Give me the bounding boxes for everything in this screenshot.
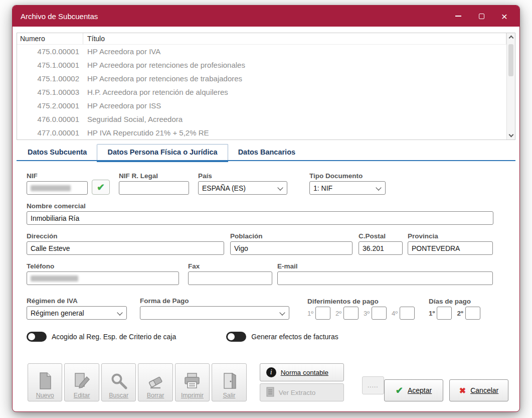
ver-extracto-button[interactable]: Ver Extracto <box>260 383 344 401</box>
diferimiento-1-input[interactable] <box>315 307 330 320</box>
norma-contable-label: Norma contable <box>281 369 328 376</box>
printer-icon <box>183 370 201 391</box>
dia-pago-2-input[interactable] <box>465 307 480 320</box>
tipo-documento-select[interactable]: 1: NIF <box>309 181 386 195</box>
validate-nif-button[interactable]: ✔ <box>92 180 110 195</box>
dias-pago-group: Días de pago 1º 2º <box>429 298 480 320</box>
forma-pago-label: Forma de Pago <box>140 297 289 305</box>
column-header-numero[interactable]: Numero <box>17 33 83 44</box>
title-bar[interactable]: Archivo de Subcuentas × <box>13 6 519 27</box>
cancelar-button[interactable]: ✖ Cancelar <box>449 379 508 401</box>
buscar-button[interactable]: Buscar <box>101 363 136 401</box>
chevron-down-icon <box>279 310 285 315</box>
tipo-documento-field-group: Tipo Documento 1: NIF <box>309 172 386 195</box>
telefono-input[interactable] <box>27 271 179 285</box>
editar-button[interactable]: Editar <box>64 363 99 401</box>
generar-efectos-toggle[interactable]: Generar efectos de facturas <box>226 332 338 342</box>
dia-pago-1-input[interactable] <box>437 307 452 320</box>
list-item[interactable]: 477.0.00001 HP IVA Repercutido 21% + 5,2… <box>17 126 506 140</box>
cpostal-input[interactable] <box>359 241 403 255</box>
fax-input[interactable] <box>188 271 272 285</box>
close-button[interactable]: × <box>500 12 508 20</box>
aceptar-button[interactable]: ✔ Aceptar <box>384 379 443 401</box>
scroll-up-icon[interactable] <box>508 36 513 41</box>
tipo-documento-value: 1: NIF <box>313 184 332 192</box>
nuevo-label: Nuevo <box>36 392 54 399</box>
forma-pago-select[interactable] <box>140 306 289 320</box>
editar-label: Editar <box>74 392 90 399</box>
edit-pencil-icon <box>73 370 91 391</box>
row-numero: 475.2.00001 <box>17 101 83 110</box>
list-item[interactable]: 475.1.00002 HP Acreedora por retenciones… <box>17 72 506 85</box>
direccion-field-group: Dirección <box>27 232 224 255</box>
salir-label: Salir <box>223 392 235 399</box>
diferimiento-2-label: 2º <box>335 310 341 317</box>
diferimiento-4-input[interactable] <box>400 307 415 320</box>
provincia-input[interactable] <box>408 241 493 255</box>
borrar-button[interactable]: Borrar <box>138 363 172 401</box>
maximize-icon <box>479 14 484 19</box>
nif-rlegal-input[interactable] <box>119 181 189 195</box>
cpostal-label: C.Postal <box>359 232 403 240</box>
exit-door-icon <box>220 370 238 391</box>
aceptar-label: Aceptar <box>408 386 432 394</box>
diferimiento-1-label: 1º <box>307 310 313 317</box>
regimen-iva-select[interactable]: Régimen general <box>27 306 127 320</box>
window-title: Archivo de Subcuentas <box>21 12 98 21</box>
tab-datos-bancarios[interactable]: Datos Bancarios <box>228 145 305 160</box>
email-field-group: E-mail <box>277 262 493 285</box>
column-header-titulo[interactable]: Título <box>83 33 506 44</box>
norma-contable-button[interactable]: i Norma contable <box>260 363 344 381</box>
persona-form: NIF ✔ NIF R. Legal País ESPAÑA (ES) <box>13 161 519 342</box>
salir-button[interactable]: Salir <box>212 363 246 401</box>
forma-pago-field-group: Forma de Pago <box>140 297 289 320</box>
dias-pago-label: Días de pago <box>429 298 480 305</box>
tipo-documento-label: Tipo Documento <box>309 172 386 180</box>
nif-rlegal-field-group: NIF R. Legal <box>119 172 189 195</box>
poblacion-label: Población <box>230 232 352 240</box>
nombre-comercial-input[interactable] <box>27 211 493 225</box>
list-item[interactable]: 475.2.00001 HP Acreedora por ISS <box>17 99 506 112</box>
bottom-toolbar: Nuevo Editar Buscar Borrar Imprimir <box>13 363 519 411</box>
norma-extracto-stack: i Norma contable Ver Extracto <box>260 363 344 401</box>
eraser-icon <box>146 370 164 391</box>
email-label: E-mail <box>277 262 493 270</box>
row-numero: 477.0.00001 <box>17 128 83 137</box>
poblacion-input[interactable] <box>230 241 352 255</box>
tab-datos-subcuenta[interactable]: Datos Subcuenta <box>18 145 97 160</box>
borrar-label: Borrar <box>147 392 164 399</box>
list-scrollbar[interactable] <box>506 33 515 140</box>
diferimiento-3-input[interactable] <box>372 307 387 320</box>
row-titulo: HP Acreedora por retenciones de trabajad… <box>83 74 506 83</box>
nif-rlegal-label: NIF R. Legal <box>119 172 189 180</box>
pais-value: ESPAÑA (ES) <box>202 184 246 192</box>
archivo-subcuentas-window: Archivo de Subcuentas × Numero Título 47… <box>12 5 520 412</box>
pais-select[interactable]: ESPAÑA (ES) <box>198 181 287 195</box>
redacted-value <box>31 275 78 282</box>
minimize-button[interactable] <box>454 12 462 20</box>
row-numero: 475.1.00001 <box>17 61 83 69</box>
criterio-caja-toggle[interactable]: Acogido al Reg. Esp. de Criterio de caja <box>27 332 176 342</box>
nif-input[interactable] <box>27 181 88 195</box>
list-item[interactable]: 475.0.00001 HP Acreedora por IVA <box>17 45 506 58</box>
email-input[interactable] <box>277 271 493 285</box>
row-numero: 475.1.00003 <box>17 88 83 96</box>
row-titulo: H.P. Acreedora por retención de alquiler… <box>83 88 506 96</box>
tab-datos-persona[interactable]: Datos Persona Física o Jurídica <box>97 144 228 160</box>
row-titulo: Seguridad Social, Acreedora <box>83 115 506 123</box>
diferimiento-2-input[interactable] <box>343 307 359 320</box>
chevron-down-icon <box>277 185 283 190</box>
list-item[interactable]: 476.0.00001 Seguridad Social, Acreedora <box>17 112 506 126</box>
maximize-button[interactable] <box>477 12 485 20</box>
imprimir-button[interactable]: Imprimir <box>175 363 210 401</box>
dots-button[interactable]: ..... <box>362 376 384 394</box>
list-item[interactable]: 475.1.00001 HP Acreedora por retenciones… <box>17 58 506 72</box>
nombre-comercial-field-group: Nombre comercial <box>27 202 493 225</box>
row-numero: 475.1.00002 <box>17 74 83 83</box>
direccion-label: Dirección <box>27 232 224 240</box>
list-item[interactable]: 475.1.00003 H.P. Acreedora por retención… <box>17 85 506 99</box>
scroll-down-icon[interactable] <box>508 132 513 137</box>
nuevo-button[interactable]: Nuevo <box>28 363 62 401</box>
direccion-input[interactable] <box>27 241 224 255</box>
scrollbar-thumb[interactable] <box>508 44 513 76</box>
